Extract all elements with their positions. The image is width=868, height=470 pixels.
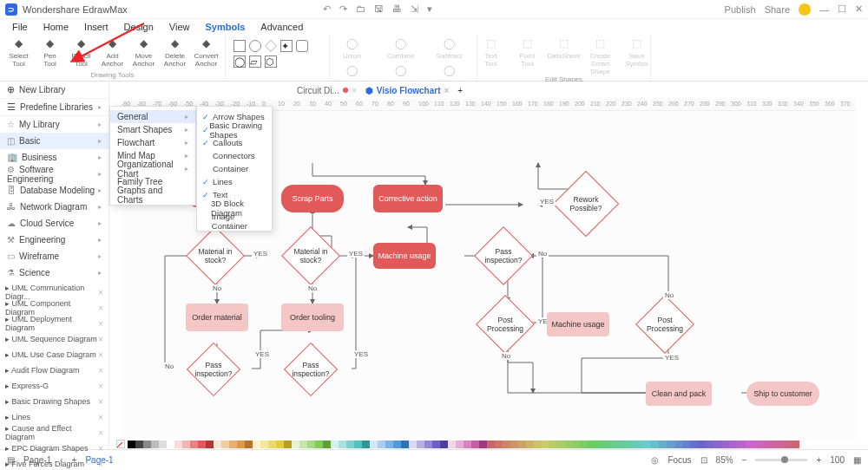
submenu-general[interactable]: General▸ bbox=[110, 110, 195, 123]
color-swatch[interactable] bbox=[643, 441, 651, 448]
share-link[interactable]: Share bbox=[765, 4, 790, 15]
color-swatch[interactable] bbox=[292, 441, 299, 448]
color-swatch[interactable] bbox=[651, 441, 659, 448]
color-swatch[interactable] bbox=[385, 441, 393, 448]
print-icon[interactable]: 🖶 bbox=[392, 3, 402, 15]
color-swatch[interactable] bbox=[221, 441, 229, 448]
color-swatch[interactable] bbox=[565, 441, 573, 448]
color-swatch[interactable] bbox=[253, 441, 260, 448]
node-rework-possible[interactable]: Rework Possible? bbox=[562, 180, 609, 227]
color-swatch[interactable] bbox=[128, 441, 135, 448]
close-icon[interactable]: × bbox=[98, 304, 103, 313]
color-swatch[interactable] bbox=[401, 441, 409, 448]
node-pass-inspection-3[interactable]: Pass inspection? bbox=[292, 350, 330, 388]
color-swatch[interactable] bbox=[229, 441, 237, 448]
zoom-in-icon[interactable]: + bbox=[816, 455, 821, 465]
category-wireframe[interactable]: ▭Wireframe▸ bbox=[0, 248, 108, 264]
color-swatch[interactable] bbox=[276, 441, 284, 448]
submenu2-image-container[interactable]: Image Container bbox=[197, 214, 272, 227]
tool-pen[interactable]: ◆PenTool bbox=[36, 36, 64, 68]
color-swatch[interactable] bbox=[674, 441, 682, 448]
submenu2-basic-drawing-shapes[interactable]: ✓Basic Drawing Shapes bbox=[197, 123, 272, 136]
color-swatch[interactable] bbox=[659, 441, 667, 448]
color-swatch[interactable] bbox=[737, 441, 745, 448]
color-swatch[interactable] bbox=[471, 441, 479, 448]
color-swatch[interactable] bbox=[464, 441, 471, 448]
color-swatch[interactable] bbox=[729, 441, 737, 448]
tab-circuitdi[interactable]: Circuit Di... × bbox=[297, 86, 357, 95]
menu-symbols[interactable]: Symbols bbox=[206, 22, 246, 32]
library-item[interactable]: ▸ Audit Flow Diagram× bbox=[0, 362, 108, 378]
close-icon[interactable]: × bbox=[98, 460, 103, 469]
color-swatch[interactable] bbox=[393, 441, 401, 448]
color-swatch[interactable] bbox=[456, 441, 464, 448]
submenu-smart-shapes[interactable]: Smart Shapes▸ bbox=[110, 123, 195, 136]
focus-icon[interactable]: ◎ bbox=[651, 455, 659, 465]
submenu2-container[interactable]: Container bbox=[197, 162, 272, 175]
color-swatch[interactable] bbox=[792, 441, 799, 448]
color-swatch[interactable] bbox=[573, 441, 581, 448]
status-focus[interactable]: Focus bbox=[667, 455, 691, 465]
library-item[interactable]: ▸ UML Communication Diagr...× bbox=[0, 284, 108, 300]
zoom-out-icon[interactable]: − bbox=[742, 455, 747, 465]
category-cloud-service[interactable]: ☁Cloud Service▸ bbox=[0, 215, 108, 232]
node-material-stock-2[interactable]: Material in stock? bbox=[290, 235, 332, 277]
close-icon[interactable]: × bbox=[98, 397, 103, 407]
close-icon[interactable]: × bbox=[98, 350, 103, 360]
node-clean-pack[interactable]: Clean and pack bbox=[646, 382, 712, 406]
tool-combine[interactable]: ◯Combine bbox=[378, 36, 424, 60]
tool-datasheet[interactable]: ⬚DataSheet bbox=[548, 36, 581, 75]
color-swatch[interactable] bbox=[284, 441, 292, 448]
color-swatch[interactable] bbox=[167, 441, 174, 448]
node-corrective-action[interactable]: Corrective action bbox=[373, 185, 443, 212]
node-machine-usage-2[interactable]: Machine usage bbox=[547, 312, 609, 336]
node-scrap-parts[interactable]: Scrap Parts bbox=[281, 185, 344, 212]
color-swatch[interactable] bbox=[557, 441, 565, 448]
menu-file[interactable]: File bbox=[12, 22, 28, 32]
color-swatch[interactable] bbox=[620, 441, 628, 448]
close-icon[interactable]: × bbox=[98, 366, 103, 375]
category-database-modeling[interactable]: 🗄Database Modeling▸ bbox=[0, 182, 108, 199]
close-icon[interactable]: × bbox=[98, 413, 103, 422]
node-ship[interactable]: Ship to customer bbox=[746, 382, 819, 406]
color-swatch[interactable] bbox=[776, 441, 784, 448]
color-swatch[interactable] bbox=[331, 441, 339, 448]
menu-home[interactable]: Home bbox=[43, 22, 69, 32]
color-swatch[interactable] bbox=[151, 441, 159, 448]
color-swatch[interactable] bbox=[448, 441, 456, 448]
tool-create smart[interactable]: ⬚Create SmartShape bbox=[584, 36, 617, 75]
color-swatch[interactable] bbox=[354, 441, 362, 448]
color-swatch[interactable] bbox=[440, 441, 448, 448]
color-swatch[interactable] bbox=[604, 441, 612, 448]
library-item[interactable]: ▸ UML Component Diagram× bbox=[0, 300, 108, 316]
color-swatch[interactable] bbox=[690, 441, 698, 448]
color-swatch[interactable] bbox=[260, 441, 268, 448]
library-item[interactable]: ▸ UML Sequence Diagram× bbox=[0, 331, 108, 347]
color-swatch[interactable] bbox=[479, 441, 487, 448]
library-item[interactable]: ▸ Express-G× bbox=[0, 378, 108, 394]
library-item[interactable]: ▸ EPC Diagram Shapes× bbox=[0, 441, 108, 456]
submenu2-connectors[interactable]: Connectors bbox=[197, 149, 272, 162]
node-post-processing-1[interactable]: Post Processing bbox=[484, 304, 526, 345]
color-swatch[interactable] bbox=[307, 441, 315, 448]
publish-link[interactable]: Publish bbox=[725, 4, 756, 15]
color-swatch[interactable] bbox=[635, 441, 643, 448]
color-swatch[interactable] bbox=[182, 441, 190, 448]
save-icon[interactable]: 🖫 bbox=[374, 3, 384, 15]
color-swatch[interactable] bbox=[135, 441, 143, 448]
color-swatch[interactable] bbox=[628, 441, 635, 448]
color-swatch[interactable] bbox=[378, 441, 385, 448]
color-swatch[interactable] bbox=[206, 441, 214, 448]
color-swatch[interactable] bbox=[510, 441, 518, 448]
color-swatch[interactable] bbox=[682, 441, 690, 448]
color-swatch[interactable] bbox=[432, 441, 440, 448]
color-swatch[interactable] bbox=[237, 441, 245, 448]
close-icon[interactable]: ✕ bbox=[855, 3, 863, 15]
redo-icon[interactable]: ↷ bbox=[339, 3, 347, 15]
category-my-library[interactable]: ☆My Library▸ bbox=[0, 116, 108, 133]
color-swatch[interactable] bbox=[159, 441, 167, 448]
color-swatch[interactable] bbox=[495, 441, 503, 448]
library-item[interactable]: ▸ Cause and Effect Diagram× bbox=[0, 425, 108, 441]
library-item[interactable]: ▸ UML Use Case Diagram× bbox=[0, 347, 108, 362]
tab-visioflowchart[interactable]: ⬢ Visio Flowchart × bbox=[365, 86, 450, 95]
